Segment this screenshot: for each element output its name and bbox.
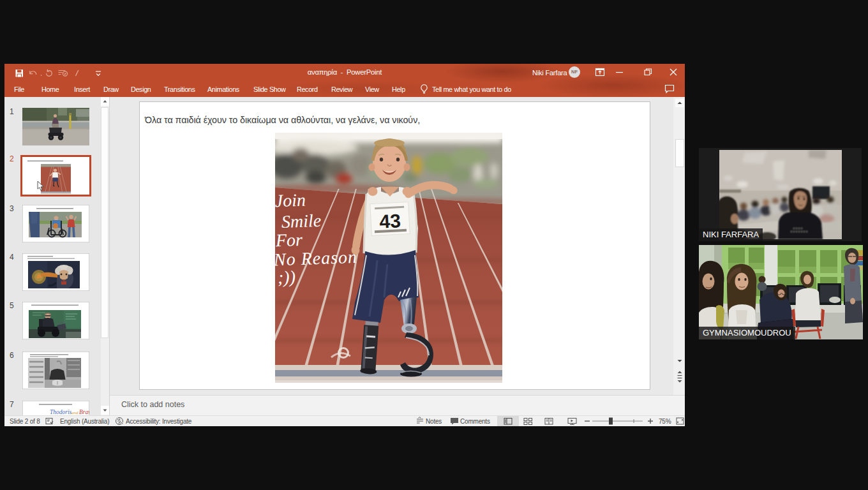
svg-text:Notes: Notes — [426, 418, 442, 425]
svg-text:and: and — [71, 410, 79, 415]
svg-text:;)): ;)) — [277, 267, 296, 287]
svg-text:75%: 75% — [659, 418, 671, 425]
svg-text:Comments: Comments — [460, 418, 490, 425]
svg-text:For: For — [275, 230, 303, 250]
svg-text:Join: Join — [275, 190, 306, 211]
svg-text:Smile: Smile — [281, 211, 321, 232]
svg-text:Bravo!: Bravo! — [79, 409, 89, 415]
svg-text:English (Australia): English (Australia) — [60, 418, 109, 425]
svg-text:Thodoris: Thodoris — [50, 409, 72, 415]
svg-text:Slide 2 of 8: Slide 2 of 8 — [10, 418, 40, 425]
svg-text:Accessibility: Investigate: Accessibility: Investigate — [126, 418, 192, 425]
svg-text:No Reason: No Reason — [275, 247, 358, 270]
svg-text:43: 43 — [379, 210, 401, 232]
